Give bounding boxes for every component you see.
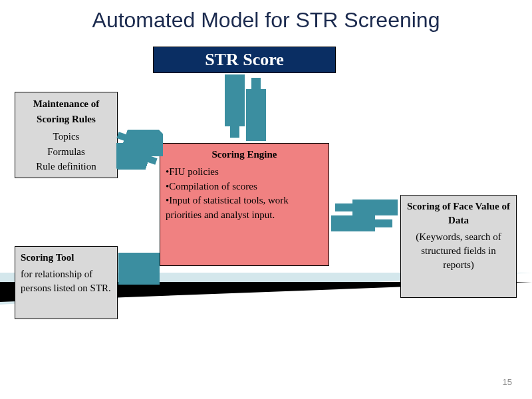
svg-line-3 [118, 148, 156, 162]
tool-title: Scoring Tool [21, 251, 112, 265]
scoring-engine-box: Scoring Engine •FIU policies •Compilatio… [160, 143, 329, 266]
maintenance-title: Maintenance of Scoring Rules [21, 96, 112, 126]
arrow-left-icon [118, 253, 160, 269]
arrow-left-icon [331, 215, 398, 231]
engine-bullet: •Compilation of scores [166, 180, 323, 194]
maintenance-box: Maintenance of Scoring Rules Topics Form… [15, 92, 118, 178]
engine-bullet: •Input of statistical tools, work priori… [166, 194, 323, 223]
arrow-right-icon [118, 269, 160, 285]
arrow-right-icon [331, 200, 398, 215]
str-score-box: STR Score [153, 47, 336, 73]
arrow-up-icon [225, 74, 245, 141]
maintenance-line: Rule definition [21, 159, 112, 174]
maintenance-line: Topics [21, 129, 112, 144]
page-number: 15 [503, 377, 512, 387]
arrow-down-icon [246, 74, 266, 141]
face-body: (Keywords, search of structured fields i… [406, 230, 511, 272]
engine-bullet: •FIU policies [166, 165, 323, 180]
scoring-tool-box: Scoring Tool for relationship of persons… [15, 246, 118, 319]
face-title: Scoring of Face Value of Data [406, 200, 511, 227]
tool-body: for relationship of persons listed on ST… [21, 267, 112, 295]
arrow-left-icon [116, 143, 163, 170]
face-value-box: Scoring of Face Value of Data (Keywords,… [400, 195, 517, 298]
maintenance-line: Formulas [21, 144, 112, 160]
slide-title: Automated Model for STR Screening [0, 0, 532, 33]
engine-title: Scoring Engine [166, 148, 323, 162]
